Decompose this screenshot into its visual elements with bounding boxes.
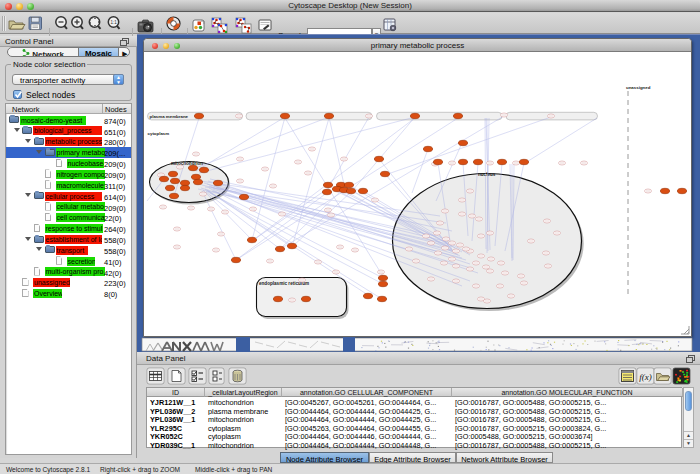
svg-text:1:1: 1:1 — [110, 20, 117, 25]
svg-text:unassigned: unassigned — [626, 85, 651, 90]
svg-text:f(x): f(x) — [639, 372, 652, 382]
svg-text:cytoplasm: cytoplasm — [148, 131, 170, 136]
svg-text:nucleus: nucleus — [478, 172, 496, 177]
svg-text:mitochondrion: mitochondrion — [171, 161, 203, 166]
svg-text:plasma membrane: plasma membrane — [150, 114, 189, 119]
